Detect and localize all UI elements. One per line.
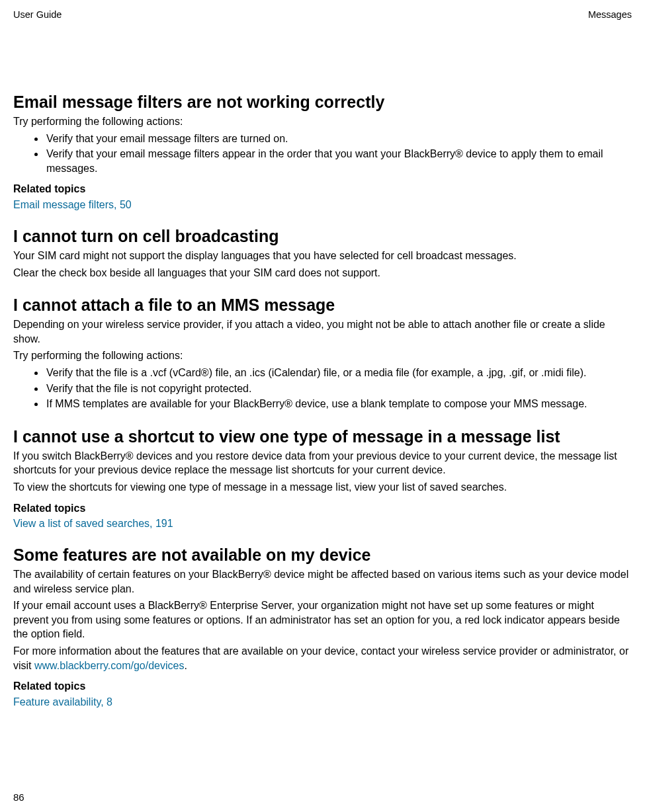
body-text: Try performing the following actions: [13,114,632,129]
body-text: Try performing the following actions: [13,348,632,363]
external-link[interactable]: www.blackberry.com/go/devices [34,660,184,671]
body-text: The availability of certain features on … [13,567,632,596]
related-topic-link[interactable]: Feature availability, 8 [13,696,112,708]
list-item: Verify that the file is not copyright pr… [45,382,632,396]
body-text: If your email account uses a BlackBerry®… [13,598,632,641]
section-title: I cannot attach a file to an MMS message [13,296,632,315]
section-title: I cannot turn on cell broadcasting [13,227,632,246]
page: User Guide Messages Email message filter… [0,0,645,812]
body-text: To view the shortcuts for viewing one ty… [13,480,632,495]
body-text: If you switch BlackBerry® devices and yo… [13,449,632,477]
list-item: Verify that your email message filters a… [45,147,632,175]
bullet-list: Verify that the file is a .vcf (vCard®) … [13,366,632,411]
page-header: User Guide Messages [13,9,632,20]
related-topics-label: Related topics [13,182,632,196]
list-item: Verify that your email message filters a… [45,132,632,146]
list-item: If MMS templates are available for your … [45,397,632,411]
related-topics-label: Related topics [13,501,632,516]
body-text-part: . [184,660,187,671]
section-title: Email message filters are not working co… [13,93,632,112]
body-text: For more information about the features … [13,644,632,672]
section-title: Some features are not available on my de… [13,546,632,565]
body-text: Depending on your wireless service provi… [13,317,632,346]
related-topic-link[interactable]: View a list of saved searches, 191 [13,518,173,529]
bullet-list: Verify that your email message filters a… [13,132,632,176]
related-topics-label: Related topics [13,679,632,694]
body-text: Your SIM card might not support the disp… [13,249,632,263]
body-text: Clear the check box beside all languages… [13,266,632,280]
header-left: User Guide [13,9,62,20]
list-item: Verify that the file is a .vcf (vCard®) … [45,366,632,380]
related-topic-link[interactable]: Email message filters, 50 [13,199,132,210]
page-number: 86 [13,792,24,803]
header-right: Messages [588,9,632,20]
section-title: I cannot use a shortcut to view one type… [13,427,632,446]
